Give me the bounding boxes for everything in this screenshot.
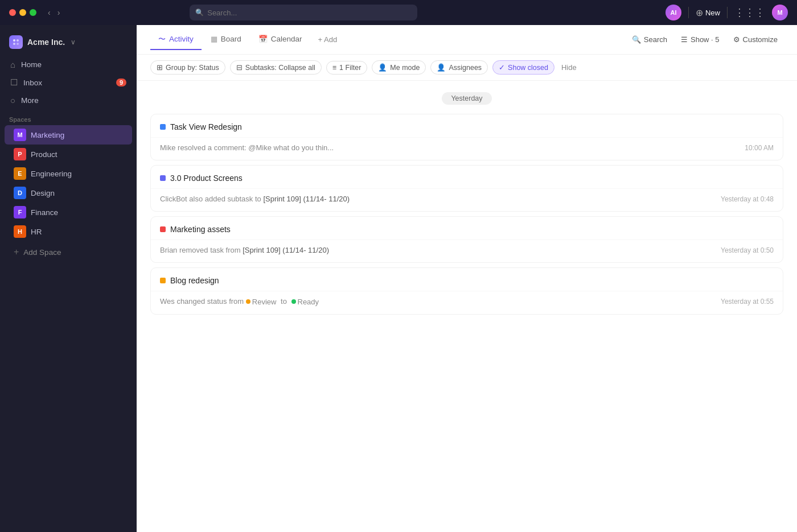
sidebar-item-engineering[interactable]: E Engineering [5, 164, 132, 183]
add-space-button[interactable]: + Add Space [5, 244, 132, 261]
ai-button[interactable]: AI [665, 5, 681, 20]
finance-label: Finance [31, 208, 58, 217]
activity-time: 10:00 AM [745, 144, 774, 152]
home-label: Home [21, 60, 42, 69]
activity-card-marketing-assets[interactable]: Marketing assets Brian removed task from… [150, 216, 783, 263]
activity-description: Mike resolved a comment: @Mike what do y… [160, 143, 334, 152]
content-header: 〜 Activity ▦ Board 📅 Calendar + Add 🔍 [137, 25, 797, 55]
topbar-divider [688, 7, 689, 18]
subtasks-icon: ⊟ [236, 63, 243, 72]
forward-button[interactable]: › [55, 7, 63, 18]
calendar-tab-icon: 📅 [258, 35, 268, 43]
finance-avatar: F [14, 206, 26, 218]
status-to-label: Ready [298, 298, 319, 306]
content-area: 〜 Activity ▦ Board 📅 Calendar + Add 🔍 [137, 25, 797, 532]
subtasks-filter[interactable]: ⊟ Subtasks: Collapse all [230, 60, 322, 75]
group-by-label: Group by: Status [166, 64, 219, 72]
task-color-indicator [160, 278, 166, 283]
tab-board[interactable]: ▦ Board [203, 30, 249, 49]
hr-label: HR [31, 228, 42, 236]
customize-action-label: Customize [743, 35, 778, 44]
add-tab-button[interactable]: + Add [311, 31, 344, 48]
main-layout: Acme Inc. ∨ ⌂ Home ☐ Inbox 9 ○ More Spac… [0, 25, 797, 532]
workspace-selector[interactable]: Acme Inc. ∨ [0, 32, 137, 56]
inbox-icon: ☐ [10, 77, 18, 88]
back-button[interactable]: ‹ [46, 7, 53, 18]
filter-chip[interactable]: ≡ 1 Filter [326, 61, 368, 75]
avatar[interactable]: M [772, 5, 788, 20]
subtasks-label: Subtasks: Collapse all [245, 64, 315, 72]
design-avatar: D [14, 187, 26, 199]
activity-card-product-screens[interactable]: 3.0 Product Screens ClickBot also added … [150, 165, 783, 212]
status-to-dot [291, 299, 296, 304]
assignees-icon: 👤 [437, 63, 446, 72]
tab-activity[interactable]: 〜 Activity [150, 30, 202, 50]
workspace-chevron-icon: ∨ [71, 38, 76, 46]
activity-card-header: Task View Redesign [151, 114, 783, 138]
home-icon: ⌂ [10, 60, 15, 69]
global-search-input[interactable] [207, 9, 412, 17]
new-plus-icon: ⊕ [696, 7, 703, 18]
more-label: More [21, 96, 39, 105]
inbox-label: Inbox [23, 79, 42, 87]
activity-card-body: Wes changed status from Review to Ready … [151, 291, 783, 314]
marketing-label: Marketing [31, 131, 64, 139]
maximize-dot[interactable] [30, 9, 36, 16]
search-action-button[interactable]: 🔍 Search [626, 32, 673, 47]
activity-time: Yesterday at 0:48 [721, 195, 774, 203]
show-closed-filter[interactable]: ✓ Show closed [492, 60, 554, 75]
group-by-filter[interactable]: ⊞ Group by: Status [150, 60, 225, 75]
assignees-label: Assignees [449, 64, 482, 72]
svg-point-3 [17, 43, 19, 45]
new-button[interactable]: ⊕ New [696, 7, 720, 18]
svg-point-0 [13, 39, 15, 42]
sidebar-item-hr[interactable]: H HR [5, 222, 132, 241]
show-action-button[interactable]: ☰ Show · 5 [675, 32, 725, 47]
content-header-actions: 🔍 Search ☰ Show · 5 ⚙ Customize [626, 32, 783, 47]
board-tab-icon: ▦ [211, 35, 217, 43]
product-avatar: P [14, 148, 26, 160]
activity-tab-icon: 〜 [158, 34, 166, 44]
sidebar-item-more[interactable]: ○ More [5, 92, 132, 109]
engineering-avatar: E [14, 167, 26, 180]
task-title: Marketing assets [170, 225, 231, 234]
close-dot[interactable] [9, 9, 16, 16]
activity-prefix: Wes changed status from [160, 297, 246, 306]
window-controls [9, 9, 36, 16]
customize-action-button[interactable]: ⚙ Customize [728, 32, 783, 47]
activity-description: Brian removed task from [Sprint 109] (11… [160, 246, 329, 254]
inbox-badge: 9 [116, 79, 126, 86]
assignees-filter[interactable]: 👤 Assignees [430, 60, 488, 75]
activity-card-body: Brian removed task from [Sprint 109] (11… [151, 240, 783, 262]
task-title: Blog redesign [170, 276, 219, 285]
sidebar-item-design[interactable]: D Design [5, 183, 132, 203]
topbar-right-actions: AI ⊕ New ⋮⋮⋮ M [665, 5, 788, 20]
activity-card-blog-redesign[interactable]: Blog redesign Wes changed status from Re… [150, 267, 783, 315]
task-title: 3.0 Product Screens [170, 174, 243, 183]
search-action-icon: 🔍 [632, 35, 641, 44]
sidebar-item-inbox[interactable]: ☐ Inbox 9 [5, 73, 132, 92]
sidebar: Acme Inc. ∨ ⌂ Home ☐ Inbox 9 ○ More Spac… [0, 25, 137, 532]
me-mode-icon: 👤 [378, 63, 387, 72]
me-mode-label: Me mode [390, 64, 420, 72]
global-search-bar[interactable]: 🔍 [190, 5, 417, 20]
activity-card-task-view-redesign[interactable]: Task View Redesign Mike resolved a comme… [150, 114, 783, 160]
search-icon: 🔍 [195, 9, 204, 17]
add-space-label: Add Space [23, 248, 61, 257]
sidebar-item-marketing[interactable]: M Marketing [5, 125, 132, 145]
minimize-dot[interactable] [19, 9, 26, 16]
hide-button[interactable]: Hide [561, 63, 577, 72]
design-label: Design [31, 189, 55, 197]
marketing-avatar: M [14, 129, 26, 141]
show-action-label: Show · 5 [691, 35, 720, 44]
sidebar-item-finance[interactable]: F Finance [5, 203, 132, 222]
sidebar-item-product[interactable]: P Product [5, 145, 132, 164]
activity-card-header: Marketing assets [151, 217, 783, 240]
tab-calendar[interactable]: 📅 Calendar [250, 30, 310, 49]
date-label: Yesterday [442, 92, 491, 105]
topbar: ‹ › 🔍 AI ⊕ New ⋮⋮⋮ M [0, 0, 797, 25]
calendar-tab-label: Calendar [271, 35, 302, 43]
sidebar-item-home[interactable]: ⌂ Home [5, 56, 132, 73]
grid-icon[interactable]: ⋮⋮⋮ [734, 6, 765, 19]
me-mode-filter[interactable]: 👤 Me mode [372, 60, 426, 75]
